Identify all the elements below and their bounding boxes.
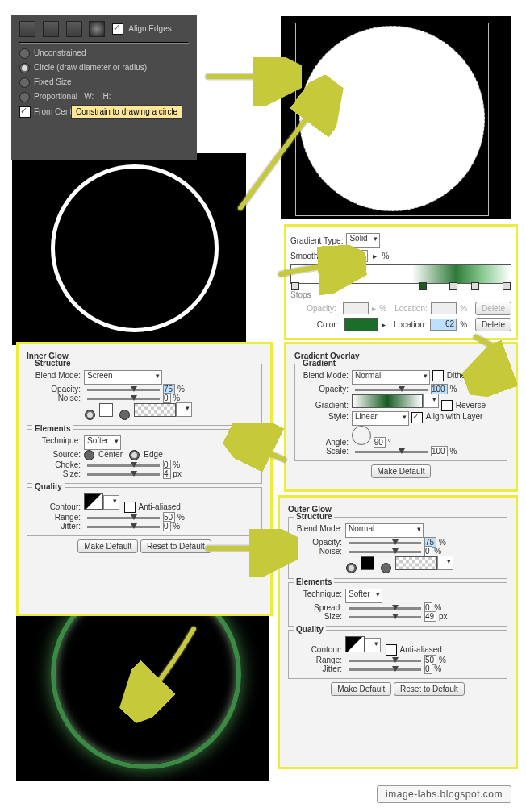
white-ring-canvas (12, 153, 246, 345)
toolbar-row: Align Edges (19, 21, 189, 37)
gradient-stop[interactable] (291, 282, 299, 290)
gradient-editor-panel: Gradient Type:Solid Smoothness:100▸% Sto… (284, 224, 518, 340)
align-edges-label: Align Edges (128, 24, 171, 33)
dither-checkbox[interactable] (432, 370, 444, 381)
stop-opacity-input (343, 302, 369, 314)
smoothness-input[interactable]: 100 (340, 250, 368, 262)
gradient-bar[interactable] (290, 264, 511, 284)
credit-badge: image-labs.blogspot.com (377, 785, 511, 803)
size-slider[interactable] (349, 616, 421, 618)
blend-mode-select[interactable]: Screen (84, 370, 162, 385)
gradient-stop[interactable] (419, 282, 427, 290)
reverse-checkbox[interactable] (441, 400, 453, 411)
glow-gradient-radio[interactable] (119, 410, 130, 420)
stops-label: Stops (290, 290, 311, 299)
gradient-picker[interactable] (134, 403, 176, 417)
range-slider[interactable] (349, 660, 421, 662)
make-default-button[interactable]: Make Default (77, 539, 138, 553)
source-edge-radio[interactable] (129, 450, 140, 460)
outer-glow-panel: Outer Glow Structure Blend Mode:Normal O… (278, 495, 518, 769)
glow-gradient-radio[interactable] (381, 563, 391, 573)
scale-input[interactable]: 100 (431, 446, 448, 456)
fixed-size-row[interactable]: Fixed Size (19, 77, 189, 88)
size-input[interactable]: 49 (424, 611, 436, 622)
contour-picker[interactable] (84, 493, 103, 510)
range-slider[interactable] (87, 517, 160, 519)
tooltip: Constrain to drawing a circle (71, 105, 182, 119)
proportional-row[interactable]: Proportional W: H: (19, 92, 189, 102)
jitter-slider[interactable] (349, 668, 421, 671)
inner-glow-panel: Inner Glow Structure Blend Mode:Screen O… (16, 342, 273, 616)
jitter-slider[interactable] (87, 526, 160, 528)
gear-icon[interactable] (89, 21, 105, 37)
size-input[interactable]: 4 (163, 468, 171, 479)
scale-slider[interactable] (355, 451, 428, 453)
delete-button[interactable]: Delete (475, 318, 511, 331)
gradient-preview[interactable] (352, 394, 423, 408)
reset-default-button[interactable]: Reset to Default (140, 539, 211, 553)
choke-slider[interactable] (87, 464, 160, 467)
blend-mode-select[interactable]: Normal (352, 370, 430, 385)
radio-on-icon (19, 63, 30, 73)
combine-icon[interactable] (66, 21, 82, 37)
technique-select[interactable]: Softer (345, 589, 382, 603)
source-center-radio[interactable] (84, 450, 94, 460)
gradient-picker[interactable] (395, 556, 437, 570)
noise-slider[interactable] (349, 551, 421, 553)
align-layer-checkbox[interactable] (411, 412, 423, 423)
jitter-input[interactable]: 0 (163, 521, 171, 531)
opacity-slider[interactable] (349, 542, 421, 544)
circle-row[interactable]: Circle (draw diameter or radius) (19, 63, 189, 73)
from-center-checkbox (19, 106, 31, 118)
jitter-input[interactable]: 0 (424, 664, 432, 674)
stop-location-input (431, 302, 457, 314)
gradient-stop[interactable] (449, 282, 457, 290)
gradient-type-label: Gradient Type: (290, 236, 343, 245)
noise-slider[interactable] (87, 398, 160, 400)
gradient-type-select[interactable]: Solid (346, 233, 379, 248)
align-edges-checkbox[interactable] (112, 23, 123, 35)
fill-icon[interactable] (19, 21, 35, 37)
radio-icon (19, 77, 30, 88)
tool-options-panel: Align Edges Unconstrained Circle (draw d… (11, 15, 197, 160)
technique-select[interactable]: Softer (84, 435, 121, 450)
make-default-button[interactable]: Make Default (331, 682, 391, 696)
opacity-slider[interactable] (87, 389, 160, 391)
color-swatch[interactable] (99, 403, 113, 417)
radio-icon (19, 48, 30, 59)
reset-default-button[interactable]: Reset to Default (394, 682, 465, 696)
smoothness-label: Smoothness: (290, 252, 337, 260)
gradient-overlay-panel: Gradient Overlay Gradient Blend Mode:Nor… (284, 342, 518, 492)
bounding-box (295, 23, 489, 216)
align-icon[interactable] (43, 21, 59, 37)
spread-slider[interactable] (349, 607, 421, 610)
blend-mode-select[interactable]: Normal (345, 523, 424, 538)
color-swatch[interactable] (361, 556, 374, 570)
unconstrained-row[interactable]: Unconstrained (19, 48, 189, 59)
contour-picker[interactable] (345, 636, 365, 652)
radio-icon (19, 92, 30, 102)
antialiased-checkbox[interactable] (386, 644, 397, 656)
gradient-stop[interactable] (503, 282, 511, 290)
color-swatch[interactable] (344, 318, 378, 331)
make-default-button[interactable]: Make Default (371, 464, 432, 478)
gradient-stop[interactable] (471, 282, 479, 290)
white-ring (51, 164, 219, 332)
glow-color-radio[interactable] (346, 563, 357, 573)
glow-color-radio[interactable] (85, 410, 95, 420)
white-circle-canvas (281, 16, 511, 219)
opacity-slider[interactable] (355, 389, 428, 391)
size-slider[interactable] (87, 473, 160, 476)
angle-dial[interactable] (352, 426, 371, 445)
style-select[interactable]: Linear (352, 411, 409, 426)
delete-button: Delete (475, 302, 511, 315)
color-location-input[interactable]: 62 (430, 319, 457, 331)
antialiased-checkbox[interactable] (124, 502, 136, 513)
